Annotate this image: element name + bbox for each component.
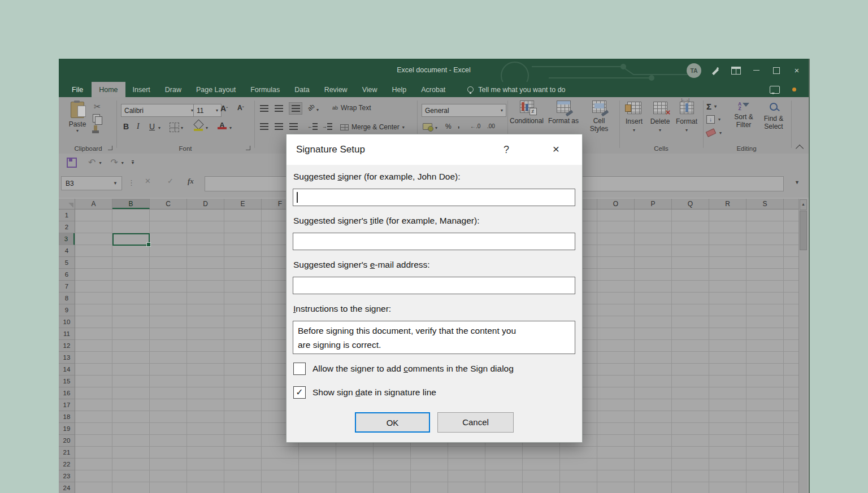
expand-formula-bar-chevron[interactable]: ▼ [795, 180, 800, 185]
fill-color-chevron[interactable]: ▾ [206, 125, 208, 130]
accounting-chevron[interactable]: ▾ [435, 125, 437, 130]
row-header-21[interactable]: 21 [59, 447, 75, 459]
sort-filter-button[interactable]: AZ Sort & Filter [729, 102, 758, 129]
italic-button[interactable]: I [137, 122, 140, 131]
row-header-22[interactable]: 22 [59, 459, 75, 470]
column-header-Q[interactable]: Q [672, 199, 709, 209]
clear-button[interactable]: ▾ [706, 130, 722, 136]
row-header-5[interactable]: 5 [59, 257, 75, 269]
align-bottom-button[interactable] [289, 103, 302, 114]
row-header-20[interactable]: 20 [59, 435, 75, 447]
row-header-8[interactable]: 8 [59, 293, 75, 304]
column-header-E[interactable]: E [224, 199, 262, 209]
column-header-B[interactable]: B [112, 199, 150, 209]
row-header-6[interactable]: 6 [59, 269, 75, 281]
undo-chevron[interactable]: ▾ [99, 160, 101, 165]
collapse-ribbon-button[interactable] [796, 145, 804, 152]
paste-button[interactable]: Paste ▾ [66, 102, 89, 133]
undo-button[interactable]: ↶ [88, 158, 96, 167]
row-header-4[interactable]: 4 [59, 245, 75, 257]
align-left-button[interactable] [260, 123, 268, 130]
cut-button[interactable]: ✂ [94, 102, 101, 112]
orientation-button[interactable]: ab [306, 102, 316, 112]
tell-me-box[interactable]: Tell me what you want to do [467, 82, 565, 97]
underline-button[interactable]: U [149, 122, 155, 131]
menu-tab-acrobat[interactable]: Acrobat [414, 82, 453, 97]
increase-font-button[interactable]: Aˆ [220, 104, 228, 113]
fill-color-button[interactable] [193, 121, 203, 131]
column-header-R[interactable]: R [709, 199, 747, 209]
dialog-close-button[interactable]: × [544, 134, 568, 165]
merge-center-button[interactable]: Merge & Center ▾ [340, 123, 405, 131]
redo-button[interactable]: ↷ [110, 158, 118, 167]
menu-tab-draw[interactable]: Draw [158, 82, 189, 97]
font-color-button[interactable]: A [217, 121, 227, 129]
column-header-T[interactable]: T [784, 199, 799, 209]
conditional-formatting-button[interactable]: ≠ Conditional [509, 101, 545, 125]
signer-input[interactable] [293, 189, 575, 206]
comma-style-button[interactable]: , [458, 121, 459, 129]
name-box[interactable]: B3 ▼ [61, 176, 122, 190]
decrease-indent-button[interactable]: ← [307, 123, 318, 130]
scrollbar-thumb[interactable] [800, 211, 807, 250]
accounting-format-button[interactable] [423, 123, 432, 130]
percent-style-button[interactable]: % [445, 123, 452, 130]
row-header-12[interactable]: 12 [59, 340, 75, 352]
insert-cells-button[interactable]: Insert ▾ [622, 102, 646, 133]
enter-entry-button[interactable]: ✓ [167, 177, 173, 185]
user-avatar[interactable]: TA [687, 63, 701, 78]
menu-tab-insert[interactable]: Insert [125, 82, 158, 97]
number-format-combo[interactable]: General▾ [422, 104, 506, 117]
fill-button[interactable]: ↓▾ [706, 115, 721, 124]
cancel-entry-button[interactable]: ✕ [145, 177, 151, 185]
increase-indent-button[interactable]: → [322, 123, 332, 130]
menu-tab-help[interactable]: Help [385, 82, 414, 97]
format-as-table-button[interactable]: Format as [546, 101, 581, 125]
row-header-19[interactable]: 19 [59, 423, 75, 435]
maximize-button[interactable] [770, 64, 783, 77]
format-painter-button[interactable] [94, 128, 97, 130]
bold-button[interactable]: B [123, 122, 129, 131]
ribbon-display-options-icon[interactable] [730, 64, 742, 77]
column-header-C[interactable]: C [150, 199, 187, 209]
column-header-O[interactable]: O [597, 199, 635, 209]
delete-cells-button[interactable]: × Delete ▾ [648, 102, 672, 133]
menu-tab-data[interactable]: Data [287, 82, 316, 97]
format-cells-button[interactable]: |←→| Format ▾ [674, 102, 700, 133]
row-header-13[interactable]: 13 [59, 352, 75, 364]
font-size-combo[interactable]: 11▾ [193, 104, 222, 117]
allow-comments-checkbox[interactable] [293, 363, 306, 375]
email-input[interactable] [293, 277, 575, 294]
font-dialog-launcher[interactable] [246, 146, 250, 150]
orientation-chevron[interactable]: ▾ [316, 107, 319, 112]
row-header-14[interactable]: 14 [59, 364, 75, 376]
row-header-1[interactable]: 1 [59, 210, 75, 221]
row-header-2[interactable]: 2 [59, 221, 75, 233]
instructions-textarea[interactable]: Before signing this document, verify tha… [293, 321, 575, 354]
align-right-button[interactable] [289, 123, 298, 130]
row-header-18[interactable]: 18 [59, 411, 75, 423]
row-header-16[interactable]: 16 [59, 387, 75, 399]
autosum-button[interactable]: Σ▾ [706, 102, 717, 111]
menu-tab-formulas[interactable]: Formulas [243, 82, 287, 97]
selected-cell-b3[interactable] [112, 233, 150, 246]
row-header-17[interactable]: 17 [59, 399, 75, 411]
row-header-10[interactable]: 10 [59, 316, 75, 328]
vertical-scrollbar[interactable]: ▲ [798, 199, 808, 493]
menu-tab-review[interactable]: Review [317, 82, 355, 97]
comments-icon[interactable] [770, 86, 780, 94]
row-header-7[interactable]: 7 [59, 281, 75, 293]
borders-button[interactable] [170, 123, 179, 132]
minimize-button[interactable] [750, 64, 762, 77]
pen-sparkle-icon[interactable] [709, 64, 722, 77]
column-header-S[interactable]: S [747, 199, 784, 209]
ok-button[interactable]: OK [355, 412, 430, 433]
menu-tab-view[interactable]: View [355, 82, 385, 97]
row-header-9[interactable]: 9 [59, 304, 75, 316]
increase-decimal-button[interactable]: ←.0 [470, 123, 480, 129]
menu-tab-home[interactable]: Home [92, 82, 125, 97]
cell-styles-button[interactable]: Cell Styles [582, 101, 616, 133]
row-header-23[interactable]: 23 [59, 470, 75, 482]
row-header-15[interactable]: 15 [59, 376, 75, 387]
column-header-P[interactable]: P [635, 199, 672, 209]
